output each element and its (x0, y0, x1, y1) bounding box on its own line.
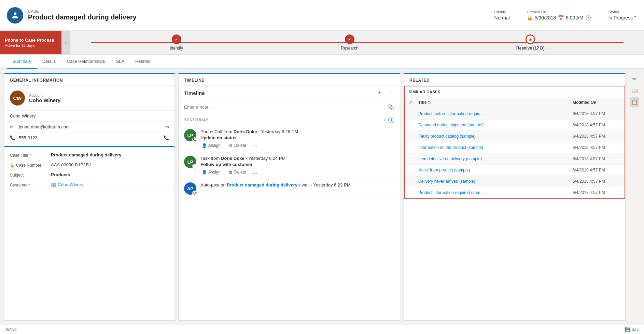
similar-cases-list: Product feature information requir... 6/… (405, 108, 625, 198)
created-value: 🔒 5/30/2018 📅 6:00 AM 🕐 (527, 15, 591, 20)
tab-summary[interactable]: Summary (7, 55, 37, 69)
header-avatar (7, 7, 23, 24)
customer-value[interactable]: 🏢 Coho Winery (51, 182, 169, 187)
account-block: CW Account Coho Winery (4, 86, 174, 111)
attach-icon[interactable]: 📎 (388, 104, 394, 110)
case-modified: 6/4/2018 4:57 PM (573, 168, 620, 172)
subject-value[interactable]: Products (51, 172, 169, 177)
general-info-panel: GENERAL INFORMATION CW Account Coho Wine… (4, 73, 175, 321)
info-icon[interactable]: ℹ (388, 117, 394, 123)
send-email-icon[interactable]: ✉ (165, 124, 169, 129)
more-button-1[interactable]: ... (253, 142, 257, 149)
timeline-panel: TIMELINE Timeline + ··· 📎 YESTERDAY ↓ ℹ … (178, 73, 400, 321)
similar-case-row: Product information required (sam... 6/4… (405, 187, 625, 198)
resolve-circle: ◉ (526, 34, 535, 44)
yesterday-label: YESTERDAY (184, 118, 208, 122)
status-value: In Progress (608, 15, 633, 20)
timeline-body-3: Auto-post on Product damaged during deli… (200, 182, 394, 195)
more-button-2[interactable]: ... (253, 169, 257, 175)
calendar-icon[interactable]: 📅 (558, 15, 564, 20)
process-step-identify[interactable]: ✓ Identify (170, 34, 183, 51)
customer-label: Customer * (10, 182, 51, 187)
timeline-note-box: 📎 (179, 100, 400, 114)
assign-button-2[interactable]: 👤 Assign (200, 169, 222, 175)
form-section: Case Title * Product damaged during deli… (4, 146, 174, 193)
tab-details[interactable]: Details (37, 55, 61, 69)
svg-point-0 (14, 12, 17, 15)
time-icon[interactable]: 🕐 (585, 15, 591, 20)
account-label: Account (29, 93, 60, 97)
process-bar: Phone to Case Process Active for 17 days… (0, 31, 644, 55)
edit-button[interactable]: ✏ (630, 74, 639, 84)
timeline-author-2: Doris Duke (221, 156, 244, 161)
page-title: Product damaged during delivery (28, 13, 474, 21)
process-label-sub: Active for 17 days (5, 43, 57, 47)
process-step-resolve[interactable]: ◉ Resolve (17 D) (516, 34, 545, 51)
assign-icon-2: 👤 (202, 170, 207, 175)
research-circle: ✓ (345, 34, 354, 44)
timeline-add-button[interactable]: + (376, 89, 383, 97)
timeline-post-link[interactable]: Product damaged during delivery (227, 182, 297, 187)
identify-label: Identify (170, 46, 183, 51)
header-title-col[interactable]: Title ⇅ (418, 100, 573, 105)
delete-icon-1: 🗑 (229, 143, 233, 148)
timeline-more-button[interactable]: ··· (387, 89, 394, 97)
email-value: jenna.dean@adatum.com (19, 124, 163, 129)
delete-button-2[interactable]: 🗑 Delete (227, 169, 248, 175)
header-check-col: ✓ (409, 100, 418, 105)
timeline-item-title-1: Phone Call from Doris Duke - Yesterday 6… (200, 129, 394, 134)
case-title-value[interactable]: Product damaged during delivery (51, 152, 169, 157)
side-rail: ✏ 📖 📋 (629, 73, 640, 321)
active-status: Active (5, 327, 17, 332)
case-title[interactable]: Faulty product catalog (sample) (418, 134, 573, 139)
process-step-research[interactable]: ✓ Research (341, 34, 358, 51)
case-title[interactable]: Product information required (sam... (418, 190, 573, 195)
similar-case-row: Information on the product (sample) 6/4/… (405, 142, 625, 153)
process-label-box: Phone to Case Process Active for 17 days (0, 31, 61, 54)
sort-down-icon[interactable]: ↓ (383, 117, 386, 123)
header-title-area: CASE Product damaged during delivery (28, 9, 474, 21)
header-fields: Priority Normal Created On 🔒 5/30/2018 📅… (494, 10, 633, 20)
tab-sla[interactable]: SLA (110, 55, 130, 69)
avatar-initials-1: LP (187, 133, 193, 138)
sort-icon[interactable]: ⇅ (428, 100, 431, 105)
case-title[interactable]: Item defective on delivery (sample) (418, 156, 573, 161)
created-field: Created On 🔒 5/30/2018 📅 6:00 AM 🕐 (527, 10, 591, 20)
case-title[interactable]: Noise from product (sample) (418, 168, 573, 172)
book-button[interactable]: 📖 (630, 86, 639, 95)
avatar-initials-3: AP (187, 186, 193, 191)
call-icon[interactable]: 📞 (164, 135, 169, 140)
tab-case-relationships[interactable]: Case Relationships (61, 55, 110, 69)
similar-case-row: Noise from product (sample) 6/4/2018 4:5… (405, 165, 625, 176)
case-modified: 6/4/2018 4:57 PM (573, 134, 620, 139)
header-chevron-icon[interactable]: ⌄ (633, 12, 637, 18)
case-title[interactable]: Delivery never arrived (sample) (418, 179, 573, 184)
case-title[interactable]: Product feature information requir... (418, 111, 573, 116)
status-field: Status In Progress (608, 10, 633, 20)
case-modified: 6/4/2018 4:57 PM (573, 179, 620, 184)
timeline-note-input[interactable] (184, 105, 384, 110)
timeline-item-2: LP ✓ Task from Doris Duke - Yesterday 6:… (179, 152, 400, 179)
header-date-col[interactable]: Modified On (573, 100, 620, 105)
case-title[interactable]: Damaged during shipment (sample) (418, 123, 573, 127)
status-label: Status (608, 10, 633, 14)
timeline-subtitle-2: Follow up with customer (200, 162, 394, 167)
email-icon: ✉ (10, 124, 16, 129)
timeline-date-header: YESTERDAY ↓ ℹ (179, 114, 400, 126)
tab-related[interactable]: Related (130, 55, 156, 69)
copy-button[interactable]: 📋 (630, 97, 639, 107)
case-modified: 6/4/2018 4:57 PM (573, 123, 620, 127)
phone-badge-1: 📞 (192, 137, 197, 142)
timeline-date-icons: ↓ ℹ (383, 117, 394, 123)
process-collapse-button[interactable]: ‹ (61, 31, 70, 54)
research-label: Research (341, 46, 358, 51)
save-button[interactable]: 💾 Sav (625, 327, 639, 332)
timeline-body-1: Phone Call from Doris Duke - Yesterday 6… (200, 129, 394, 149)
case-title-label: Case Title * (10, 152, 51, 158)
subject-row: Subject Products (10, 170, 169, 180)
account-name[interactable]: Coho Winery (29, 97, 60, 103)
delete-button-1[interactable]: 🗑 Delete (227, 142, 248, 149)
assign-button-1[interactable]: 👤 Assign (200, 142, 222, 149)
case-title[interactable]: Information on the product (sample) (418, 145, 573, 150)
case-modified: 6/4/2018 4:57 PM (573, 145, 620, 150)
